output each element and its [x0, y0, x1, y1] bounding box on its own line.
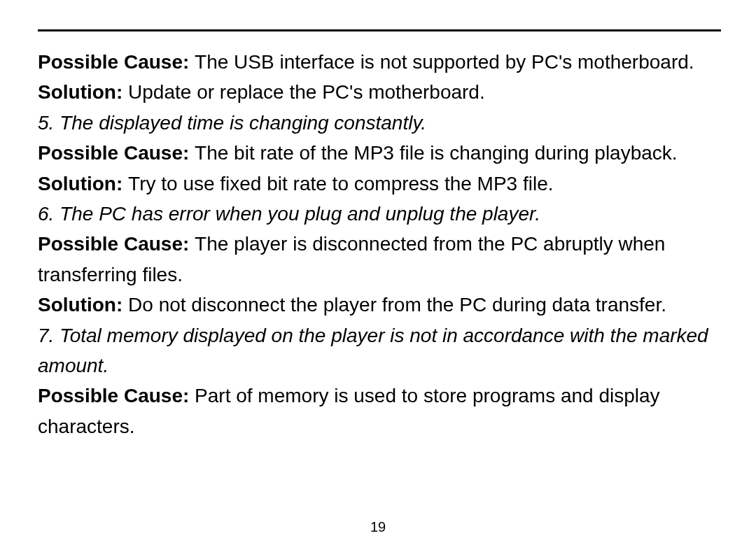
page-number: 19 — [370, 519, 386, 535]
item5-solution-text: Try to use fixed bit rate to compress th… — [128, 173, 553, 194]
solution-label: Solution: — [38, 173, 128, 194]
item6-solution-line: Solution: Do not disconnect the player f… — [38, 290, 721, 320]
troubleshooting-content: Possible Cause: The USB interface is not… — [38, 47, 721, 441]
item5-solution-line: Solution: Try to use fixed bit rate to c… — [38, 169, 721, 199]
item5-heading: 5. The displayed time is changing consta… — [38, 108, 721, 138]
item4-solution-line: Solution: Update or replace the PC's mot… — [38, 77, 721, 107]
possible-cause-label: Possible Cause: — [38, 385, 195, 406]
item5-cause-text: The bit rate of the MP3 file is changing… — [195, 142, 678, 164]
item6-cause-line: Possible Cause: The player is disconnect… — [38, 229, 721, 290]
item4-solution-text: Update or replace the PC's motherboard. — [128, 81, 485, 103]
possible-cause-label: Possible Cause: — [38, 51, 195, 73]
possible-cause-label: Possible Cause: — [38, 233, 195, 255]
solution-label: Solution: — [38, 81, 128, 103]
item7-heading: 7. Total memory displayed on the player … — [38, 320, 721, 381]
item7-cause-line: Possible Cause: Part of memory is used t… — [38, 381, 721, 441]
top-divider — [38, 29, 721, 31]
item4-cause-line: Possible Cause: The USB interface is not… — [38, 47, 721, 77]
possible-cause-label: Possible Cause: — [38, 142, 195, 164]
solution-label: Solution: — [38, 294, 128, 316]
item6-heading: 6. The PC has error when you plug and un… — [38, 199, 721, 229]
item4-cause-text: The USB interface is not supported by PC… — [195, 51, 694, 73]
item6-solution-text: Do not disconnect the player from the PC… — [128, 294, 666, 316]
item5-cause-line: Possible Cause: The bit rate of the MP3 … — [38, 138, 721, 168]
